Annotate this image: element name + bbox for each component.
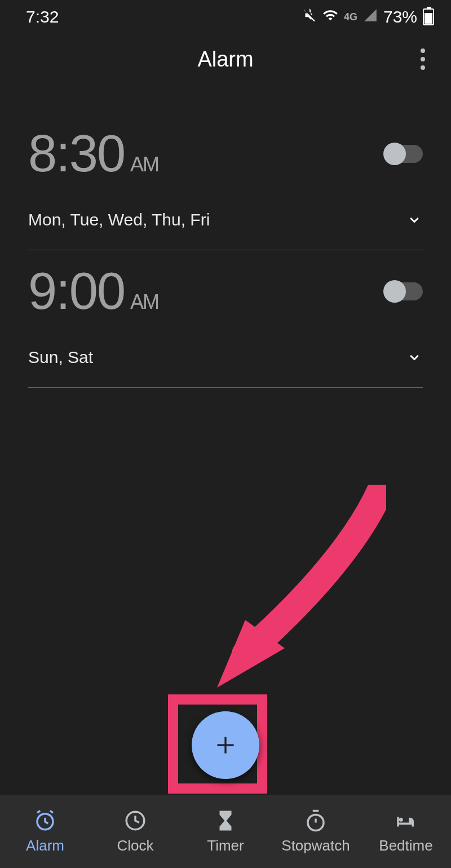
add-alarm-button[interactable] [192,711,259,779]
signal-icon [363,7,378,26]
alarm-time: 8:30 [28,125,125,182]
wifi-icon [322,7,338,27]
nav-clock[interactable]: Clock [90,809,180,854]
nav-label: Timer [207,837,244,854]
nav-label: Clock [117,837,153,854]
nav-timer[interactable]: Timer [180,809,271,854]
svg-point-6 [399,817,403,821]
network-label: 4G [344,11,357,23]
chevron-down-icon [406,212,422,228]
battery-icon [423,8,434,25]
alarm-list: 8:30AM Mon, Tue, Wed, Thu, Fri 9:00AM Su… [0,85,451,388]
expand-button[interactable] [406,211,423,228]
alarm-icon [33,809,57,832]
annotation-arrow [206,485,386,699]
alarm-days: Mon, Tue, Wed, Thu, Fri [28,210,210,229]
page-title: Alarm [197,47,253,72]
status-time: 7:32 [26,7,59,26]
battery-percent: 73% [383,7,417,26]
alarm-item[interactable]: 9:00AM Sun, Sat [28,250,423,388]
expand-button[interactable] [406,349,423,366]
nav-label: Alarm [26,837,64,854]
svg-marker-0 [217,620,285,688]
mute-icon [302,7,317,26]
status-right: 4G 73% [302,7,434,27]
more-vert-icon [421,48,425,53]
bed-icon [394,809,418,832]
nav-label: Stopwatch [281,837,350,854]
alarm-toggle[interactable] [386,282,423,300]
nav-alarm[interactable]: Alarm [0,809,90,854]
stopwatch-icon [304,809,328,832]
app-header: Alarm [0,34,451,85]
hourglass-icon [214,809,237,832]
status-bar: 7:32 4G 73% [0,0,451,34]
alarm-time: 9:00 [28,262,125,320]
bottom-nav: Alarm Clock Timer Stopwatch Bedtime [0,795,451,868]
alarm-ampm: AM [130,290,158,313]
alarm-item[interactable]: 8:30AM Mon, Tue, Wed, Thu, Fri [28,113,423,250]
alarm-ampm: AM [130,153,158,176]
more-options-button[interactable] [412,48,434,70]
alarm-days: Sun, Sat [28,348,93,367]
chevron-down-icon [406,349,422,365]
plus-icon [211,731,240,759]
nav-stopwatch[interactable]: Stopwatch [271,809,361,854]
alarm-toggle[interactable] [386,145,423,163]
clock-icon [123,809,147,832]
nav-label: Bedtime [379,837,432,854]
nav-bedtime[interactable]: Bedtime [361,809,451,854]
